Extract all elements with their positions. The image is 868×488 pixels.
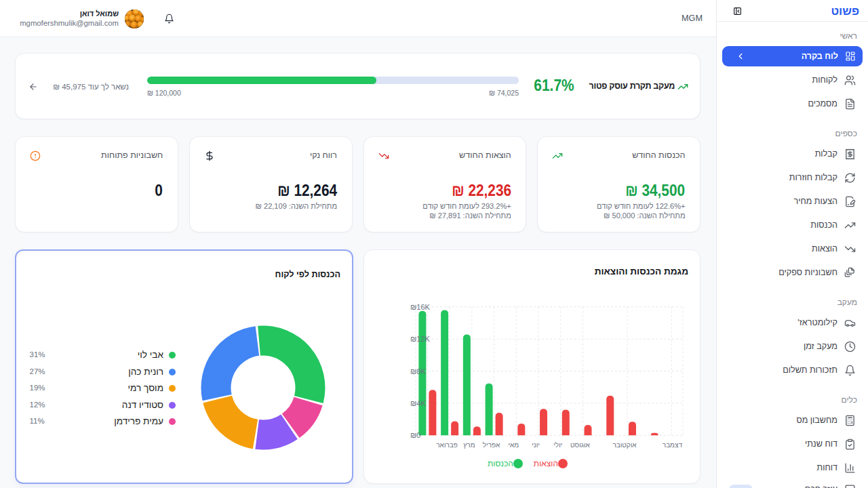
- svg-text:₪0: ₪0: [410, 431, 420, 439]
- svg-text:פברואר: פברואר: [436, 441, 458, 449]
- svg-text:יוני: יוני: [532, 441, 540, 449]
- svg-text:₪16K: ₪16K: [410, 303, 431, 311]
- svg-text:יולי: יולי: [553, 441, 562, 449]
- svg-text:דצמבר: דצמבר: [663, 441, 683, 449]
- svg-text:אפריל: אפריל: [483, 441, 500, 449]
- svg-text:₪4K: ₪4K: [410, 399, 426, 407]
- svg-text:אוקטובר: אוקטובר: [612, 441, 637, 449]
- svg-text:מרץ: מרץ: [463, 441, 475, 449]
- svg-text:אוגוסט: אוגוסט: [570, 441, 591, 449]
- svg-text:מאי: מאי: [508, 441, 519, 449]
- svg-text:₪12K: ₪12K: [410, 335, 431, 343]
- svg-text:₪8K: ₪8K: [410, 367, 426, 375]
